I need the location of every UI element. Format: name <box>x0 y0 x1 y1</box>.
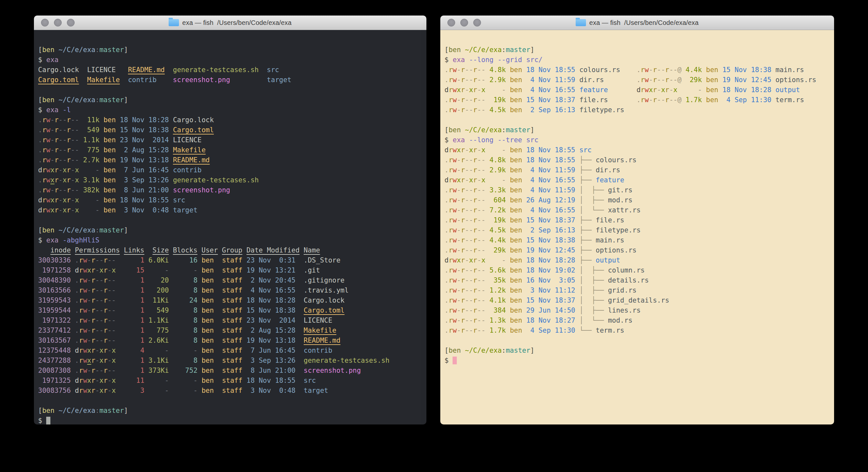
terminal-line: drwxr-xr-x - ben 18 Nov 18:28 ├── output <box>444 256 830 265</box>
terminal-window-dark: exa — fish /Users/ben/Code/exa/exa [ben … <box>34 16 426 424</box>
terminal-line: .rw-r--r-- 19k ben 15 Nov 18:37 ├── file… <box>444 215 830 225</box>
terminal-line: 1971322 .rw-r--r-- 1 1.1Ki 8 ben staff 2… <box>38 316 422 326</box>
terminal-line: $ exa -l <box>38 105 422 115</box>
terminal-line: .rw-r--r-- 35k ben 16 Nov 3:05 │ ├── det… <box>444 275 830 286</box>
terminal-line: [ben ~/C/e/exa:master] <box>444 45 830 55</box>
zoom-button[interactable] <box>473 19 481 27</box>
terminal-screen[interactable]: [ben ~/C/e/exa:master]$ exa --long --gri… <box>440 30 834 424</box>
folder-icon <box>168 19 179 26</box>
terminal-window-light: exa — fish /Users/ben/Code/exa/exa [ben … <box>440 16 834 424</box>
terminal-line: 30048390 .rw-r--r-- 1 20 8 ben staff 2 N… <box>38 275 422 286</box>
terminal-line: [ben ~/C/e/exa:master] <box>38 225 422 235</box>
traffic-lights <box>447 16 481 30</box>
terminal-line: .rw-r--r-- 1.3k ben 18 Nov 18:27 │ └── m… <box>444 316 830 326</box>
terminal-line: .rw-r--r-- 19k ben 15 Nov 18:37 file.rs … <box>444 95 830 105</box>
terminal-line: [ben ~/C/e/exa:master] <box>444 346 830 356</box>
terminal-line: .rw-r--r-- 382k ben 8 Jun 21:00 screensh… <box>38 185 422 195</box>
title-group: exa — fish /Users/ben/Code/exa/exa <box>576 19 699 27</box>
terminal-line: .rw-r--r-- 4.4k ben 15 Nov 18:38 ├── mai… <box>444 235 830 245</box>
terminal-line <box>38 215 422 225</box>
terminal-line: 30163567 .rw-r--r-- 1 2.6Ki 8 ben staff … <box>38 335 422 346</box>
terminal-line: 31959544 .rw-r--r-- 1 549 8 ben staff 15… <box>38 305 422 316</box>
traffic-lights <box>41 16 74 30</box>
terminal-line: 20087308 .rw-r--r-- 1 373Ki 752 ben staf… <box>38 366 422 376</box>
terminal-line: drwxr-xr-x - ben 18 Nov 18:55 src <box>38 195 422 205</box>
minimize-button[interactable] <box>460 19 468 27</box>
terminal-line: drwxr-xr-x - ben 18 Nov 18:55 src <box>444 145 830 155</box>
terminal-line: .rw-r--r-- 1.2k ben 3 Nov 11:12 │ ├── gr… <box>444 286 830 295</box>
terminal-line: 30163566 .rw-r--r-- 1 200 8 ben staff 4 … <box>38 286 422 295</box>
terminal-line: .rw-r--r-- 29k ben 19 Nov 12:45 ├── opti… <box>444 245 830 256</box>
title-group: exa — fish /Users/ben/Code/exa/exa <box>168 19 291 27</box>
terminal-line: $ exa <box>38 55 422 65</box>
window-title: exa — fish /Users/ben/Code/exa/exa <box>182 19 291 27</box>
zoom-button[interactable] <box>67 19 74 27</box>
terminal-line: .rw-r--r-- 775 ben 2 Aug 15:28 Makefile <box>38 145 422 155</box>
terminal-line: .rw-r--r-- 2.9k ben 4 Nov 11:59 ├── dir.… <box>444 165 830 175</box>
terminal-line: 1971325 drwxr-xr-x 11 - - ben staff 18 N… <box>38 376 422 386</box>
terminal-line: .rw-r--r-- 4.5k ben 2 Sep 16:13 ├── file… <box>444 225 830 235</box>
terminal-line: 31959543 .rw-r--r-- 1 11Ki 24 ben staff … <box>38 295 422 305</box>
terminal-line: 12375448 drwxr-xr-x 4 - - ben staff 7 Ju… <box>38 346 422 356</box>
terminal-line: .rw-r--r-- 1.7k ben 4 Sep 11:30 └── term… <box>444 326 830 335</box>
terminal-line: drwxr-xr-x - ben 4 Nov 16:55 feature drw… <box>444 85 830 95</box>
terminal-line: [ben ~/C/e/exa:master] <box>38 45 422 55</box>
terminal-line <box>444 115 830 125</box>
terminal-line: 30083756 drwxr-xr-x 3 - - ben staff 3 No… <box>38 386 422 396</box>
terminal-line: .rw-r--r-- 4.8k ben 18 Nov 18:55 ├── col… <box>444 155 830 165</box>
terminal-line: drwxr-xr-x - ben 3 Nov 0:48 target <box>38 205 422 215</box>
terminal-line: 24377288 .rwxr-xr-x 1 3.1Ki 8 ben staff … <box>38 356 422 366</box>
window-titlebar[interactable]: exa — fish /Users/ben/Code/exa/exa <box>34 16 426 30</box>
terminal-line: .rw-r--r-- 4.5k ben 2 Sep 16:13 filetype… <box>444 105 830 115</box>
terminal-line: .rw-r--r-- 4.8k ben 18 Nov 18:55 colours… <box>444 65 830 75</box>
terminal-line: $ <box>444 356 830 366</box>
terminal-line: .rw-r--r-- 384 ben 29 Jun 14:50 │ ├── li… <box>444 305 830 316</box>
window-title: exa — fish /Users/ben/Code/exa/exa <box>589 19 699 27</box>
terminal-screen[interactable]: [ben ~/C/e/exa:master]$ exaCargo.lock LI… <box>34 30 426 424</box>
terminal-line: [ben ~/C/e/exa:master] <box>38 406 422 416</box>
terminal-line: 23377412 .rw-r--r-- 1 775 8 ben staff 2 … <box>38 326 422 335</box>
terminal-line: drwxr-xr-x - ben 4 Nov 16:55 ├── feature <box>444 175 830 185</box>
window-titlebar[interactable]: exa — fish /Users/ben/Code/exa/exa <box>440 16 834 30</box>
close-button[interactable] <box>447 19 455 27</box>
terminal-line <box>38 85 422 95</box>
close-button[interactable] <box>41 19 49 27</box>
terminal-line: $ exa --long --grid src/ <box>444 55 830 65</box>
terminal-line <box>38 396 422 406</box>
terminal-line: .rwxr-xr-x 3.1k ben 3 Sep 13:26 generate… <box>38 175 422 185</box>
folder-icon <box>576 19 586 26</box>
terminal-line: .rw-r--r-- 1.1k ben 23 Nov 2014 LICENCE <box>38 135 422 145</box>
desktop: { "windows": [ { "title": "exa — fish /U… <box>0 0 868 472</box>
terminal-line: Cargo.toml Makefile contrib screenshot.p… <box>38 75 422 85</box>
terminal-line: .rw-r--r-- 549 ben 15 Nov 18:38 Cargo.to… <box>38 125 422 135</box>
terminal-line: .rw-r--r-- 2.7k ben 19 Nov 13:18 README.… <box>38 155 422 165</box>
terminal-line: inode Permissions Links Size Blocks User… <box>38 245 422 256</box>
terminal-line: [ben ~/C/e/exa:master] <box>444 125 830 135</box>
terminal-line: 1971258 drwxr-xr-x 15 - - ben staff 19 N… <box>38 265 422 275</box>
terminal-line: 30030336 .rw-r--r-- 1 6.0Ki 16 ben staff… <box>38 256 422 265</box>
terminal-line: drwxr-xr-x - ben 7 Jun 16:45 contrib <box>38 165 422 175</box>
terminal-line: .rw-r--r-- 2.9k ben 4 Nov 11:59 dir.rs .… <box>444 75 830 85</box>
terminal-line: Cargo.lock LICENCE README.md generate-te… <box>38 65 422 75</box>
terminal-line: [ben ~/C/e/exa:master] <box>38 95 422 105</box>
terminal-line: .rw-r--r-- 4.1k ben 15 Nov 18:37 │ ├── g… <box>444 295 830 305</box>
terminal-line: $ exa -abghHliS <box>38 235 422 245</box>
terminal-line: .rw-r--r-- 11k ben 18 Nov 18:28 Cargo.lo… <box>38 115 422 125</box>
terminal-line: $ exa --long --tree src <box>444 135 830 145</box>
terminal-line: $ <box>38 416 422 424</box>
terminal-line <box>444 335 830 346</box>
terminal-line: .rw-r--r-- 7.2k ben 4 Nov 16:55 │ └── xa… <box>444 205 830 215</box>
terminal-line: .rw-r--r-- 604 ben 26 Aug 12:19 │ ├── mo… <box>444 195 830 205</box>
minimize-button[interactable] <box>54 19 62 27</box>
terminal-line: .rw-r--r-- 5.6k ben 18 Nov 19:02 │ ├── c… <box>444 265 830 275</box>
terminal-line: .rw-r--r-- 3.3k ben 4 Nov 11:59 │ ├── gi… <box>444 185 830 195</box>
